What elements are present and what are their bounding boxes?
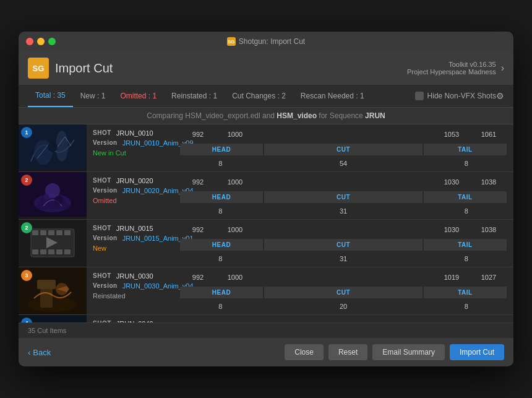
head-label: HEAD	[180, 287, 263, 298]
nav-new[interactable]: New : 1	[73, 85, 113, 106]
nav-cut-changes[interactable]: Cut Changes : 2	[225, 85, 293, 106]
frame-numbers: 992 1000 1030 1038	[173, 222, 513, 237]
frame-bar-row: HEAD CUT TAIL	[173, 142, 513, 157]
frame-num: 1030	[433, 226, 470, 233]
header-left: SG Import Cut	[28, 58, 113, 79]
frame-num: 1038	[470, 178, 507, 186]
app-header: SG Import Cut Toolkit v0.16.35 Project H…	[19, 51, 513, 85]
svg-rect-24	[40, 286, 53, 308]
shot-status: New in Cut	[93, 149, 167, 157]
svg-rect-25	[37, 280, 56, 289]
header-right: Toolkit v0.16.35 Project Hyperspace Madn…	[407, 61, 504, 76]
svg-rect-19	[56, 249, 62, 254]
title-bar: SG Shotgun: Import Cut	[19, 32, 513, 51]
hide-vfx-label: Hide Non-VFX Shots	[427, 92, 496, 100]
version-label: Version	[93, 282, 118, 290]
shot-label: SHOT	[93, 177, 111, 186]
frames-area: 992 1000 1030 1038 HEAD CUT TAIL 8 31 8	[173, 172, 513, 219]
maximize-button[interactable]	[48, 38, 56, 45]
svg-rect-12	[40, 230, 46, 235]
shot-name: JRUN_0030	[116, 272, 153, 280]
svg-rect-15	[64, 230, 71, 235]
shot-thumbnail: 1	[19, 124, 87, 171]
shot-label: SHOT	[93, 320, 111, 322]
compare-sequence-bold: JRUN	[365, 111, 385, 120]
main-window: SG Shotgun: Import Cut SG Import Cut Too…	[19, 32, 513, 366]
hide-vfx-checkbox[interactable]	[415, 92, 424, 100]
head-val: 8	[179, 301, 262, 311]
frame-num: 1000	[217, 226, 254, 233]
compare-bar: Comparing HSM_video_export.edl and HSM_v…	[19, 108, 513, 124]
frame-val-row: 8 31 8	[173, 205, 513, 217]
frame-val-row: 8 54 8	[173, 157, 513, 170]
head-val: 8	[179, 158, 262, 168]
frames-area: 992 1000 1027 1035 HEAD CUT TAIL	[173, 315, 513, 322]
compare-file-bold: HSM_video	[277, 111, 317, 120]
frame-num: 1000	[217, 178, 254, 186]
frame-bar-row: HEAD CUT TAIL	[173, 237, 513, 253]
nav-arrow-icon[interactable]: ›	[501, 63, 504, 74]
cut-val: 31	[262, 206, 426, 216]
svg-rect-18	[48, 249, 54, 254]
window-controls	[26, 38, 56, 45]
shot-status: New	[93, 244, 167, 252]
shot-info: SHOT JRUN_0040 Version JRUN_0040_Anim_v0…	[87, 315, 173, 322]
shot-number-badge: 1	[21, 127, 32, 138]
shot-row: 4 SHOT JRUN_0040 Version JRUN_0040_	[19, 315, 513, 322]
svg-rect-11	[32, 230, 38, 235]
email-summary-button[interactable]: Email Summary	[372, 344, 445, 360]
shot-thumbnail: 4	[19, 315, 87, 322]
back-button[interactable]: ‹ Back	[28, 348, 51, 357]
head-label: HEAD	[180, 191, 263, 203]
shot-label: SHOT	[93, 129, 111, 138]
shot-info: SHOT JRUN_0010 Version JRUN_0010_Anim_v0…	[87, 124, 173, 171]
nav-rescan[interactable]: Rescan Needed : 1	[293, 85, 372, 106]
nav-reinstated[interactable]: Reinstated : 1	[164, 85, 225, 106]
frame-num: 1038	[470, 226, 507, 233]
shots-list[interactable]: 1 SHOT JRUN_0010 Version JRUN_0010_	[19, 124, 513, 322]
svg-rect-20	[64, 249, 71, 254]
shot-thumbnail: 2	[19, 172, 87, 219]
frame-numbers: 992 1000 1053 1061	[173, 127, 513, 142]
frame-num: 1061	[470, 131, 507, 138]
close-button[interactable]: Close	[285, 344, 324, 360]
cut-val: 20	[262, 301, 426, 311]
version-label: Version	[93, 187, 118, 194]
close-button[interactable]	[26, 38, 33, 45]
frame-num: 992	[179, 226, 217, 233]
import-cut-button[interactable]: Import Cut	[450, 344, 504, 360]
frame-bar-row: HEAD CUT TAIL	[173, 285, 513, 300]
frame-num: 1030	[433, 178, 470, 186]
nav-omitted[interactable]: Omitted : 1	[113, 85, 164, 106]
shot-info: SHOT JRUN_0030 Version JRUN_0030_Anim_v0…	[87, 267, 173, 314]
cut-label: CUT	[264, 191, 423, 203]
frame-num: 1000	[217, 131, 254, 138]
svg-point-7	[43, 194, 49, 200]
frame-val-row: 8 31 8	[173, 253, 513, 265]
reset-button[interactable]: Reset	[328, 344, 367, 360]
shot-info: SHOT JRUN_0020 Version JRUN_0020_Anim_v0…	[87, 172, 173, 219]
tail-val: 8	[426, 301, 508, 311]
shot-status: Omitted	[93, 197, 167, 204]
settings-gear-icon[interactable]: ⚙	[496, 91, 504, 101]
status-bar: 35 Cut Items	[19, 322, 513, 338]
svg-rect-16	[32, 249, 38, 254]
toolkit-info: Toolkit v0.16.35 Project Hyperspace Madn…	[407, 61, 496, 76]
cut-val: 31	[262, 254, 426, 264]
nav-bar: Total : 35 New : 1 Omitted : 1 Reinstate…	[19, 85, 513, 108]
compare-text-mid: for Sequence	[317, 111, 365, 120]
nav-total[interactable]: Total : 35	[28, 85, 73, 107]
version-label: Version	[93, 139, 118, 147]
head-val: 8	[179, 254, 262, 264]
page-title: Import Cut	[55, 61, 113, 76]
head-label: HEAD	[180, 144, 263, 155]
hide-vfx-option: Hide Non-VFX Shots	[415, 92, 496, 100]
footer: ‹ Back Close Reset Email Summary Import …	[19, 338, 513, 366]
back-label: Back	[33, 348, 51, 357]
frame-num: 1053	[433, 131, 470, 138]
minimize-button[interactable]	[37, 38, 45, 45]
shot-name: JRUN_0020	[116, 177, 153, 184]
tail-label: TAIL	[424, 239, 507, 251]
shot-name: JRUN_0040	[116, 320, 153, 322]
frame-num: 992	[179, 131, 217, 138]
